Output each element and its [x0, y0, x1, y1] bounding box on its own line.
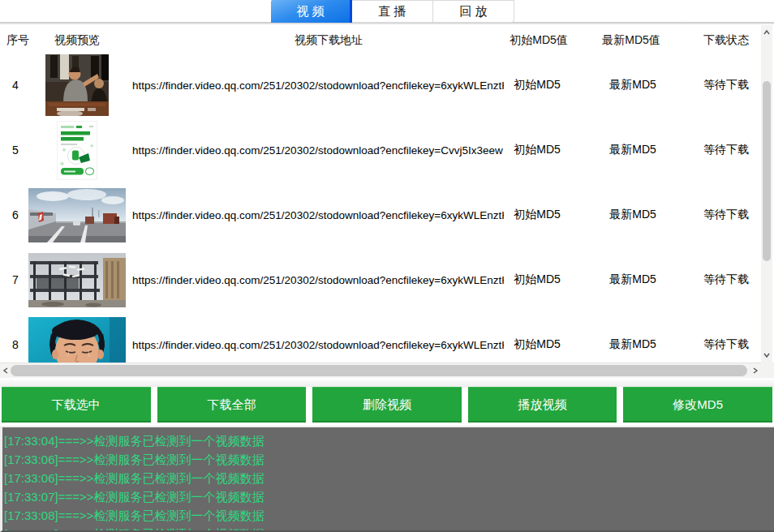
tab-replay[interactable]: 回 放 — [433, 0, 514, 23]
row-status: 等待下载 — [698, 53, 755, 118]
play-video-button[interactable]: 播放视频 — [468, 387, 617, 423]
row-download-url: https://finder.video.qq.com/251/20302/st… — [132, 118, 504, 182]
scroll-left-icon[interactable] — [2, 367, 9, 374]
header-url: 视频下载地址 — [268, 32, 389, 49]
log-line: [17:33:06]===>>检测服务已检测到一个视频数据 — [4, 469, 774, 487]
tab-live[interactable]: 直 播 — [352, 0, 433, 23]
row-latest-md5: 最新MD5 — [600, 53, 665, 118]
log-line: [17:33:07]===>>检测服务已检测到一个视频数据 — [4, 487, 774, 506]
action-button-bar: 下载选中 下载全部 删除视频 播放视频 修改MD5 — [0, 387, 774, 423]
scroll-up-icon[interactable] — [763, 29, 770, 36]
row-initial-md5: 初始MD5 — [505, 53, 570, 118]
thumbnail-banquet-crowd — [28, 53, 126, 118]
table-row[interactable]: 7 — [0, 247, 761, 312]
row-latest-md5: 最新MD5 — [600, 247, 665, 312]
tab-bar: 视 频 直 播 回 放 — [271, 0, 514, 23]
row-initial-md5: 初始MD5 — [505, 182, 570, 247]
row-initial-md5: 初始MD5 — [505, 118, 570, 182]
modify-md5-button[interactable]: 修改MD5 — [623, 387, 772, 423]
header-index: 序号 — [4, 32, 32, 49]
row-status: 等待下载 — [698, 247, 755, 312]
thumbnail-construction-site — [28, 247, 126, 312]
table-row[interactable]: 6 — [0, 182, 761, 247]
header-latest-md5: 最新MD5值 — [599, 32, 664, 49]
log-line: [17:33:06]===>>检测服务已检测到一个视频数据 — [4, 450, 774, 469]
log-line: [17:33:08]===>>检测服务已检测到一个视频数据 — [4, 525, 774, 532]
table-row[interactable]: 5 https://finder.video.qq.co — [0, 118, 761, 182]
log-line: [17:33:04]===>>检测服务已检测到一个视频数据 — [4, 431, 774, 450]
header-preview: 视频预览 — [49, 32, 105, 49]
horizontal-scrollbar[interactable] — [0, 363, 761, 378]
horizontal-scrollbar-thumb[interactable] — [11, 365, 747, 376]
header-status: 下载状态 — [699, 32, 753, 49]
row-index: 4 — [4, 53, 27, 118]
scroll-down-icon[interactable] — [763, 352, 770, 358]
row-index: 6 — [4, 182, 27, 247]
scrollbar-corner — [761, 363, 774, 378]
row-download-url: https://finder.video.qq.com/251/20302/st… — [132, 182, 504, 247]
button-panel-top-strip — [0, 378, 774, 387]
row-download-url: https://finder.video.qq.com/251/20302/st… — [132, 247, 504, 312]
header-initial-md5: 初始MD5值 — [506, 32, 571, 49]
row-initial-md5: 初始MD5 — [505, 247, 570, 312]
table-header: 序号 视频预览 视频下载地址 初始MD5值 最新MD5值 下载状态 — [0, 32, 761, 49]
vertical-scrollbar[interactable] — [761, 25, 772, 363]
scroll-right-icon[interactable] — [752, 367, 759, 374]
row-download-url: https://finder.video.qq.com/251/20302/st… — [132, 53, 504, 118]
vertical-scrollbar-thumb[interactable] — [763, 81, 771, 261]
row-index: 7 — [4, 247, 27, 312]
row-latest-md5: 最新MD5 — [600, 118, 665, 182]
row-status: 等待下载 — [698, 118, 755, 182]
thumbnail-highway-dashcam — [28, 182, 126, 247]
tab-video[interactable]: 视 频 — [271, 0, 352, 23]
log-line: [17:33:08]===>>检测服务已检测到一个视频数据 — [4, 506, 774, 525]
log-panel: [17:33:04]===>>检测服务已检测到一个视频数据 [17:33:06]… — [0, 426, 774, 532]
download-all-button[interactable]: 下载全部 — [157, 387, 307, 423]
download-selected-button[interactable]: 下载选中 — [2, 387, 151, 423]
table-row[interactable]: 4 https:// — [0, 53, 761, 118]
row-latest-md5: 最新MD5 — [600, 182, 665, 247]
delete-video-button[interactable]: 删除视频 — [312, 387, 462, 423]
row-index: 5 — [4, 118, 27, 182]
row-status: 等待下载 — [698, 182, 755, 247]
app-window: 视 频 直 播 回 放 序号 视频预览 视频下载地址 初始MD5值 最新MD5值… — [0, 0, 774, 532]
thumbnail-green-poster — [28, 118, 126, 182]
